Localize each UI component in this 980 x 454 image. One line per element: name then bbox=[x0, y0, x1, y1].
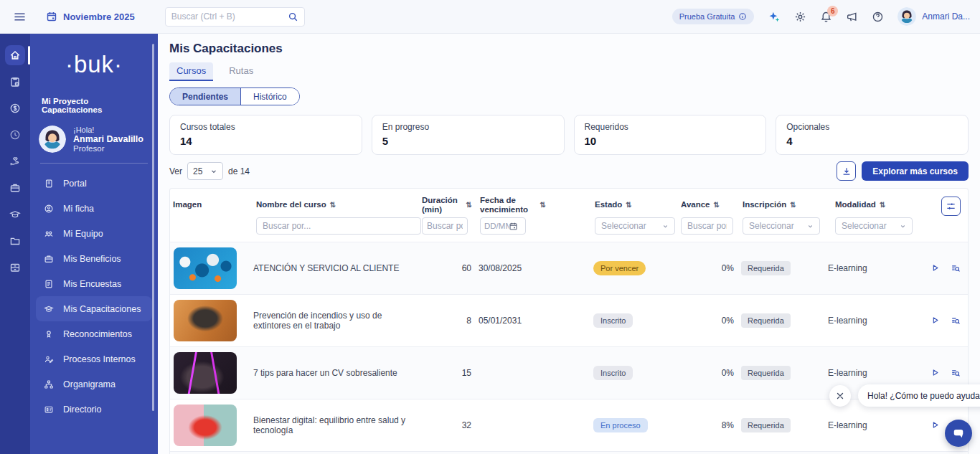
global-search bbox=[165, 7, 305, 27]
play-course-button[interactable] bbox=[930, 368, 940, 378]
course-name[interactable]: Bienestar digital: equilibrio entre salu… bbox=[253, 415, 419, 435]
enrollment-badge: Requerida bbox=[741, 418, 791, 432]
sort-icon[interactable]: ⇅ bbox=[626, 201, 631, 209]
calendar-icon[interactable] bbox=[509, 222, 518, 231]
rail-item-jobs[interactable] bbox=[5, 178, 25, 198]
course-thumbnail[interactable] bbox=[174, 300, 237, 341]
chat-launcher-button[interactable] bbox=[945, 420, 972, 447]
course-modality: E-learning bbox=[826, 316, 922, 326]
date-selector[interactable]: Noviembre 2025 bbox=[46, 11, 135, 22]
course-name[interactable]: Prevención de incendios y uso de extinto… bbox=[253, 311, 419, 331]
course-name[interactable]: 7 tips para hacer un CV sobresaliente bbox=[253, 368, 419, 378]
segment-pendientes[interactable]: Pendientes bbox=[170, 88, 240, 105]
close-icon bbox=[835, 391, 845, 401]
explore-courses-button[interactable]: Explorar más cursos bbox=[862, 161, 969, 181]
tab-rutas[interactable]: Rutas bbox=[222, 62, 260, 81]
tab-cursos[interactable]: Cursos bbox=[169, 62, 213, 81]
rail-item-assets[interactable] bbox=[5, 257, 25, 278]
course-details-button[interactable] bbox=[951, 263, 961, 273]
play-icon bbox=[930, 420, 940, 430]
sort-icon[interactable]: ⇅ bbox=[880, 201, 885, 209]
user-menu[interactable]: Anmari Da... bbox=[897, 7, 970, 26]
list-search-icon bbox=[951, 368, 961, 378]
table-row[interactable] bbox=[170, 451, 968, 454]
rail-item-tasks[interactable] bbox=[5, 72, 25, 92]
hamburger-menu-icon[interactable] bbox=[10, 7, 29, 26]
sidebar-item-procesos-internos[interactable]: Procesos Internos bbox=[36, 346, 152, 372]
stat-value: 5 bbox=[382, 135, 554, 147]
filter-duration-input[interactable] bbox=[422, 217, 468, 235]
play-course-button[interactable] bbox=[930, 420, 940, 430]
column-settings-button[interactable] bbox=[941, 197, 961, 216]
rail-item-home[interactable] bbox=[5, 45, 25, 65]
search-icon[interactable] bbox=[288, 11, 298, 22]
rail-item-benefits[interactable] bbox=[5, 151, 25, 171]
sort-icon[interactable]: ⇅ bbox=[466, 201, 472, 209]
filter-due-date[interactable] bbox=[480, 217, 526, 235]
table-row[interactable]: ATENCIÓN Y SERVICIO AL CLIENTE 60 30/08/… bbox=[170, 242, 968, 294]
filter-enrollment-select[interactable]: Seleccionar bbox=[743, 217, 820, 235]
course-thumbnail[interactable] bbox=[174, 247, 237, 289]
sort-icon[interactable]: ⇅ bbox=[790, 201, 796, 209]
column-header-duracion: Duración (min) bbox=[422, 196, 463, 214]
table-row[interactable]: Prevención de incendios y uso de extinto… bbox=[170, 294, 968, 346]
filter-status-select[interactable]: Seleccionar bbox=[595, 217, 675, 235]
sidebar-item-label: Portal bbox=[63, 179, 87, 189]
sidebar-item-mi-equipo[interactable]: Mi Equipo bbox=[36, 221, 152, 246]
segment-historico[interactable]: Histórico bbox=[240, 88, 299, 105]
table-row[interactable]: Bienestar digital: equilibrio entre salu… bbox=[170, 399, 968, 451]
rail-item-time[interactable] bbox=[5, 125, 25, 145]
sparkles-ai-icon[interactable] bbox=[768, 10, 781, 23]
course-details-button[interactable] bbox=[951, 316, 961, 326]
play-course-button[interactable] bbox=[930, 316, 940, 326]
sidebar-item-reconocimientos[interactable]: Reconocimientos bbox=[36, 321, 152, 346]
sidebar-item-mis-beneficios[interactable]: Mis Beneficios bbox=[36, 246, 152, 271]
course-thumbnail[interactable] bbox=[174, 352, 237, 394]
filter-course-name-input[interactable] bbox=[256, 217, 421, 235]
page-size-select[interactable]: 25 bbox=[187, 162, 223, 180]
topbar-user-name: Anmari Da... bbox=[922, 11, 970, 22]
sort-icon[interactable]: ⇅ bbox=[330, 201, 336, 209]
main-content: Mis Capacitaciones Cursos Rutas Pendient… bbox=[158, 34, 980, 454]
course-details-button[interactable] bbox=[951, 368, 961, 378]
help-icon[interactable] bbox=[872, 11, 884, 23]
profile-block: ¡Hola! Anmari Davalillo Profesor bbox=[30, 126, 158, 153]
course-modality: E-learning bbox=[826, 368, 922, 378]
download-button[interactable] bbox=[837, 161, 856, 181]
buk-logo: ·buk· bbox=[30, 51, 158, 78]
trial-badge[interactable]: Prueba Gratuita bbox=[672, 9, 755, 24]
megaphone-icon[interactable] bbox=[846, 11, 858, 23]
dollar-circle-icon bbox=[9, 103, 21, 114]
stat-value: 10 bbox=[585, 135, 756, 147]
enrollment-badge: Requerida bbox=[741, 313, 791, 328]
play-course-button[interactable] bbox=[930, 263, 940, 273]
chat-close-button[interactable] bbox=[829, 385, 851, 407]
sidebar-item-mis-encuestas[interactable]: Mis Encuestas bbox=[36, 271, 152, 296]
course-modality: E-learning bbox=[826, 263, 922, 273]
sidebar-item-directorio[interactable]: Directorio bbox=[36, 397, 152, 422]
info-icon bbox=[738, 12, 747, 21]
course-progress: 0% bbox=[722, 263, 740, 273]
sidebar-item-mis-capacitaciones[interactable]: Mis Capacitaciones bbox=[36, 296, 152, 321]
sidebar-item-portal[interactable]: Portal bbox=[36, 171, 152, 196]
course-thumbnail[interactable] bbox=[174, 405, 237, 446]
sort-icon[interactable]: ⇅ bbox=[714, 201, 720, 209]
rail-item-remuneration[interactable] bbox=[5, 98, 25, 118]
gear-icon[interactable] bbox=[794, 11, 806, 23]
topbar: Noviembre 2025 Prueba Gratuita 6 bbox=[0, 0, 980, 34]
column-header-nombre: Nombre del curso bbox=[256, 200, 326, 209]
course-name[interactable]: ATENCIÓN Y SERVICIO AL CLIENTE bbox=[253, 263, 419, 273]
due-date-input[interactable] bbox=[484, 222, 509, 230]
sidebar-item-organigrama[interactable]: Organigrama bbox=[36, 372, 152, 397]
sidebar-item-mi-ficha[interactable]: Mi ficha bbox=[36, 196, 152, 221]
sort-icon[interactable]: ⇅ bbox=[540, 201, 546, 209]
rail-item-files[interactable] bbox=[5, 231, 25, 251]
rail-item-training[interactable] bbox=[5, 204, 25, 224]
sidebar-scrollbar[interactable] bbox=[152, 44, 154, 411]
search-input[interactable] bbox=[171, 11, 288, 22]
filter-modality-select[interactable]: Seleccionar bbox=[835, 217, 913, 235]
chat-greeting-bubble[interactable]: Hola! ¿Cómo te puedo ayudar? bbox=[858, 384, 980, 407]
bell-icon[interactable]: 6 bbox=[820, 11, 832, 23]
stat-label: Requeridos bbox=[585, 122, 756, 132]
filter-progress-input[interactable] bbox=[681, 217, 733, 235]
